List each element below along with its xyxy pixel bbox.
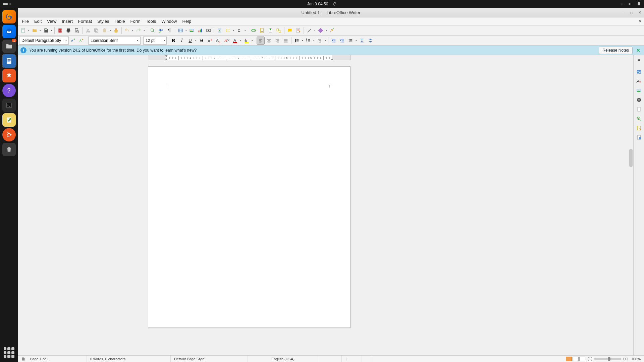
sidebar-manage-changes-icon[interactable]	[635, 124, 643, 132]
subscript-button[interactable]: A2	[214, 37, 222, 45]
insert-image-button[interactable]	[188, 26, 196, 35]
info-close-button[interactable]: ✕	[635, 48, 641, 53]
font-size-dropdown[interactable]: ▾	[162, 39, 166, 42]
status-word-count[interactable]: 0 words, 0 characters	[87, 356, 171, 362]
insert-bookmark-button[interactable]	[266, 26, 274, 35]
clone-formatting-button[interactable]	[112, 26, 120, 35]
dock-app-thunderbird[interactable]	[2, 25, 16, 38]
window-minimize-button[interactable]: ‒	[621, 10, 626, 15]
document-scroll-area[interactable]: 1234567	[18, 55, 633, 355]
insert-line-button[interactable]	[305, 26, 313, 35]
strikethrough-button[interactable]: S	[198, 37, 206, 45]
sidebar-settings-icon[interactable]: ≡	[635, 56, 643, 64]
increase-indent-button[interactable]	[330, 37, 338, 45]
highlight-dropdown[interactable]: ▾	[251, 39, 254, 42]
sidebar-navigator-icon[interactable]	[635, 96, 643, 104]
font-size-input[interactable]	[144, 38, 162, 43]
align-center-button[interactable]	[265, 37, 273, 45]
insert-hyperlink-button[interactable]	[250, 26, 258, 35]
zoom-in-button[interactable]: +	[623, 357, 628, 361]
print-preview-button[interactable]	[73, 26, 81, 35]
decrease-indent-button[interactable]	[338, 37, 346, 45]
view-multi-page-button[interactable]	[573, 357, 579, 361]
status-page-style[interactable]: Default Page Style	[171, 356, 248, 362]
zoom-slider[interactable]	[594, 358, 621, 360]
sidebar-accessibility-icon[interactable]: ✓	[635, 133, 643, 141]
notification-bell-icon[interactable]	[333, 2, 337, 6]
update-style-button[interactable]: A	[69, 37, 77, 45]
font-name-combo[interactable]: ▾	[88, 37, 141, 45]
open-button[interactable]	[31, 26, 39, 35]
underline-button[interactable]: U	[186, 37, 194, 45]
new-button[interactable]	[19, 26, 27, 35]
superscript-button[interactable]: A2	[206, 37, 214, 45]
find-replace-button[interactable]	[149, 26, 157, 35]
insert-field-dropdown[interactable]: ▾	[232, 29, 235, 32]
track-changes-button[interactable]	[294, 26, 302, 35]
dock-show-apps[interactable]	[4, 347, 14, 358]
numbered-list-dropdown[interactable]: ▾	[313, 39, 315, 42]
power-icon[interactable]	[637, 2, 641, 6]
align-left-button[interactable]	[257, 37, 265, 45]
status-language[interactable]: English (USA)	[248, 356, 318, 362]
new-style-button[interactable]: A	[77, 37, 86, 45]
decrease-para-spacing-button[interactable]	[366, 37, 374, 45]
view-single-page-button[interactable]	[566, 357, 572, 361]
release-notes-button[interactable]: Release Notes	[599, 47, 633, 54]
menu-view[interactable]: View	[44, 18, 59, 24]
redo-dropdown[interactable]: ▾	[143, 29, 146, 32]
dock-app-files[interactable]: 1	[2, 40, 16, 53]
spellcheck-button[interactable]: abc	[157, 26, 165, 35]
first-line-indent-marker[interactable]	[165, 55, 168, 57]
dock-app-terminal[interactable]: >_	[2, 99, 16, 112]
save-status-icon[interactable]	[20, 357, 26, 361]
paste-dropdown[interactable]: ▾	[109, 29, 112, 32]
export-pdf-button[interactable]: PDF	[56, 26, 64, 35]
bullet-list-dropdown[interactable]: ▾	[301, 39, 304, 42]
undo-dropdown[interactable]: ▾	[131, 29, 134, 32]
menu-edit[interactable]: Edit	[32, 18, 44, 24]
line-spacing-dropdown[interactable]: ▾	[355, 39, 358, 42]
highlight-button[interactable]	[243, 37, 251, 45]
open-dropdown[interactable]: ▾	[39, 29, 42, 32]
menu-window[interactable]: Window	[159, 18, 179, 24]
menu-help[interactable]: Help	[179, 18, 194, 24]
menu-format[interactable]: Format	[75, 18, 95, 24]
italic-button[interactable]: I	[178, 37, 186, 45]
dock-app-ubuntu[interactable]	[2, 128, 16, 141]
paragraph-style-dropdown[interactable]: ▾	[63, 39, 68, 42]
system-clock[interactable]: Jan 9 04:50	[307, 2, 328, 6]
insert-page-break-button[interactable]	[216, 26, 224, 35]
status-insert-mode[interactable]	[318, 356, 342, 362]
basic-shapes-dropdown[interactable]: ▾	[325, 29, 328, 32]
insert-chart-button[interactable]	[196, 26, 204, 35]
insert-field-button[interactable]	[224, 26, 232, 35]
bold-button[interactable]: B	[169, 37, 177, 45]
document-page[interactable]	[148, 66, 351, 328]
menu-table[interactable]: Table	[112, 18, 127, 24]
menu-form[interactable]: Form	[127, 18, 143, 24]
left-indent-marker[interactable]	[165, 58, 168, 60]
menu-insert[interactable]: Insert	[59, 18, 75, 24]
insert-table-dropdown[interactable]: ▾	[185, 29, 187, 32]
activities-indicator[interactable]	[3, 3, 8, 5]
new-dropdown[interactable]: ▾	[28, 29, 30, 32]
zoom-out-button[interactable]: −	[588, 357, 592, 361]
status-page[interactable]: Page 1 of 1	[26, 356, 87, 362]
sidebar-styles-icon[interactable]: AA	[635, 77, 643, 85]
print-button[interactable]	[64, 26, 72, 35]
view-book-button[interactable]	[579, 357, 585, 361]
align-justify-button[interactable]	[282, 37, 290, 45]
vertical-scrollbar-thumb[interactable]	[629, 149, 633, 167]
window-maximize-button[interactable]: □	[629, 10, 634, 15]
formatting-marks-button[interactable]	[165, 26, 173, 35]
insert-cross-reference-button[interactable]	[275, 26, 283, 35]
paste-button[interactable]	[101, 26, 109, 35]
insert-comment-button[interactable]	[286, 26, 294, 35]
volume-icon[interactable]	[628, 2, 633, 6]
dock-app-firefox[interactable]	[2, 10, 16, 23]
font-color-button[interactable]: A	[231, 37, 239, 45]
zoom-percent[interactable]: 100%	[628, 357, 644, 361]
show-draw-functions-button[interactable]	[328, 26, 336, 35]
bullet-list-button[interactable]	[293, 37, 301, 45]
